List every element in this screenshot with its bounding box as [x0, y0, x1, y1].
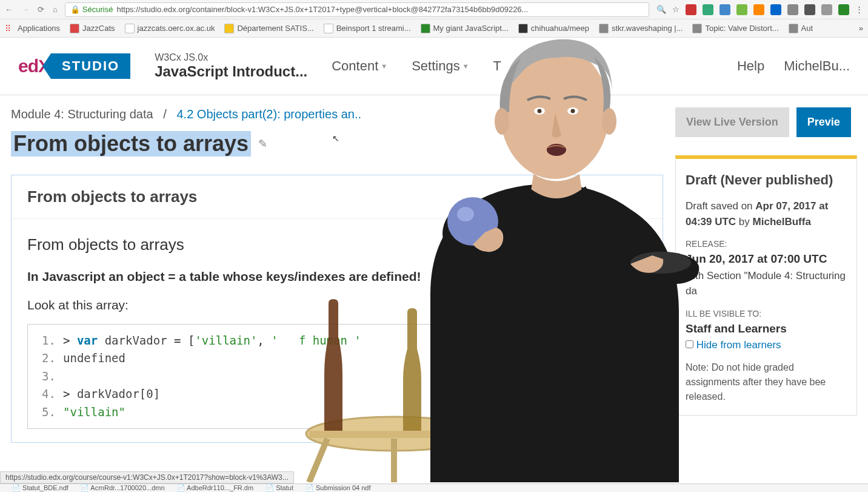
content-subheader: From objects to arrays — [27, 232, 647, 258]
help-link[interactable]: Help — [737, 58, 764, 74]
edit-title-icon[interactable]: ✎ — [258, 137, 267, 150]
ext-icon[interactable] — [753, 4, 764, 15]
course-code: W3Cx JS.0x — [155, 52, 307, 63]
release-section: with Section "Module 4: Structuring da — [686, 268, 847, 299]
forward-icon[interactable]: → — [21, 5, 29, 14]
star-icon[interactable]: ☆ — [672, 5, 679, 14]
breadcrumb-module[interactable]: Module 4: Structuring data — [11, 107, 153, 121]
draft-saved-info: Draft saved on Apr 07, 2017 at 04:39 UTC… — [686, 198, 847, 229]
code-line: 2.undefined — [38, 349, 636, 367]
view-live-button[interactable]: View Live Version — [675, 107, 789, 137]
nav-content[interactable]: Content▼ — [332, 58, 387, 74]
code-line: 4.> darkVador[0] — [38, 385, 636, 403]
bookmark-item[interactable]: Département SATIS... — [224, 24, 313, 33]
ext-icon[interactable] — [838, 4, 849, 15]
ext-icon[interactable] — [821, 4, 832, 15]
publish-status: Draft (Never published) — [686, 170, 847, 190]
bookmark-item[interactable]: Beinsport 1 streami... — [324, 24, 411, 33]
code-line: 5."villain" — [38, 403, 636, 421]
back-icon[interactable]: ← — [5, 5, 13, 14]
code-line: 1.> var darkVador = ['villain', ' f huma… — [38, 332, 636, 349]
preview-button[interactable]: Previe — [796, 107, 851, 137]
url-text: https://studio.edx.org/container/block-v… — [116, 5, 528, 14]
download-item[interactable]: 📄 Statut_BDE.ndf — [12, 484, 68, 492]
download-bar: 📄 Statut_BDE.ndf📄 AcrnRdr...1700020...dm… — [0, 484, 868, 492]
code-block: 1.> var darkVador = ['villain', ' f huma… — [27, 324, 647, 429]
visible-value: Staff and Learners — [686, 320, 847, 338]
ext-icon[interactable] — [804, 4, 815, 15]
download-item[interactable]: 📄 Submission 04 ndf — [305, 484, 371, 492]
address-bar[interactable]: 🔒 Sécurisé https://studio.edx.org/contai… — [65, 2, 649, 17]
ext-icon[interactable] — [770, 4, 781, 15]
status-bar: https://studio.edx.org/course/course-v1:… — [0, 471, 294, 484]
release-date: Jun 20, 2017 at 07:00 UTC — [686, 251, 847, 268]
bookmark-item[interactable]: My giant JavaScript... — [421, 24, 509, 33]
ext-icon[interactable] — [787, 4, 798, 15]
hide-from-learners[interactable]: Hide from learners — [686, 337, 847, 353]
bookmark-item[interactable]: stkr.waveshaping |... — [599, 24, 683, 33]
unit-container: From objects to arrays From objects to a… — [11, 175, 663, 443]
course-info: W3Cx JS.0x JavaScript Introduct... — [155, 52, 307, 80]
publish-panel: Draft (Never published) Draft saved on A… — [675, 155, 857, 416]
bookmark-item[interactable]: Aut — [789, 24, 813, 33]
release-label: RELEASE: — [686, 238, 847, 251]
bookmarks-overflow[interactable]: » — [859, 24, 863, 33]
bookmark-item[interactable]: JazzCats — [70, 24, 115, 33]
ext-icon[interactable] — [719, 4, 730, 15]
nav-settings[interactable]: Settings▼ — [412, 58, 469, 74]
breadcrumb: Module 4: Structuring data / 4.2 Objects… — [11, 107, 663, 121]
menu-icon[interactable]: ⋮ — [855, 5, 863, 14]
secure-badge: 🔒 Sécurisé — [70, 5, 113, 14]
browser-toolbar: ← → ⟳ ⌂ 🔒 Sécurisé https://studio.edx.or… — [0, 0, 868, 19]
bookmark-item[interactable]: ⠿Applications — [5, 24, 60, 33]
bookmark-item[interactable]: jazzcats.oerc.ox.ac.uk — [125, 24, 215, 33]
user-menu[interactable]: MichelBu... — [784, 58, 850, 74]
hide-checkbox[interactable] — [686, 340, 693, 348]
bookmarks-bar: ⠿ApplicationsJazzCatsjazzcats.oerc.ox.ac… — [0, 19, 868, 38]
publish-note: Note: Do not hide graded assignments aft… — [686, 360, 847, 404]
studio-header: edX STUDIO W3Cx JS.0x JavaScript Introdu… — [0, 38, 868, 95]
download-item[interactable]: 📄 AdbeRdr110..._FR.dm — [177, 484, 254, 492]
top-nav: Content▼ Settings▼ T — [332, 58, 501, 74]
edx-studio-logo[interactable]: edX STUDIO — [18, 53, 130, 79]
breadcrumb-section[interactable]: 4.2 Objects part(2): properties an.. — [177, 107, 362, 121]
visible-label: ILL BE VISIBLE TO: — [686, 308, 847, 320]
course-name: JavaScript Introduct... — [155, 63, 307, 80]
content-intro: In Javascript an object = a table whose … — [27, 266, 647, 287]
ext-icon[interactable] — [703, 4, 713, 15]
download-item[interactable]: 📄 Statut — [265, 484, 293, 492]
unit-header: From objects to arrays — [12, 175, 663, 219]
code-line: 3. — [38, 368, 636, 385]
zoom-icon[interactable]: 🔍 — [656, 5, 666, 14]
ext-icon[interactable] — [736, 4, 747, 15]
ext-icon[interactable] — [686, 4, 696, 15]
page-title: From objects to arrays — [11, 131, 251, 157]
bookmark-item[interactable]: chihuahua/meep — [518, 24, 589, 33]
content-look: Look at this array: — [27, 295, 647, 315]
browser-extensions: 🔍 ☆ ⋮ — [656, 4, 863, 15]
bookmark-item[interactable]: Topic: Valve Distort... — [692, 24, 778, 33]
nav-tools[interactable]: T — [493, 58, 501, 74]
home-icon[interactable]: ⌂ — [53, 5, 58, 14]
reload-icon[interactable]: ⟳ — [38, 5, 44, 14]
download-item[interactable]: 📄 AcrnRdr...1700020...dmn — [81, 484, 165, 492]
